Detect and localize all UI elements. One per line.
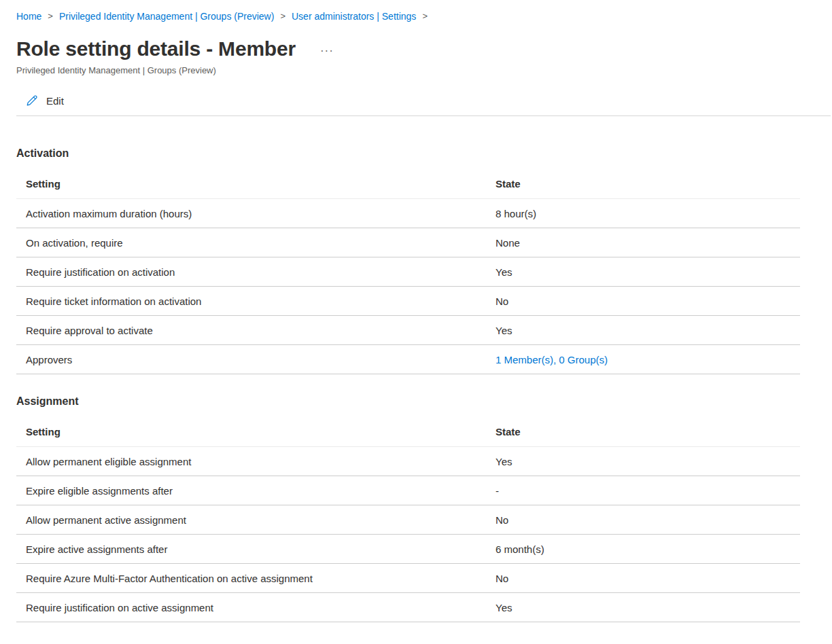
setting-cell: Require justification on activation bbox=[16, 266, 496, 278]
approvers-link[interactable]: 1 Member(s), 0 Group(s) bbox=[496, 354, 608, 365]
column-header-setting: Setting bbox=[16, 178, 496, 190]
chevron-right-icon: > bbox=[48, 10, 53, 22]
setting-cell: Expire eligible assignments after bbox=[16, 485, 496, 497]
state-cell: 8 hour(s) bbox=[496, 208, 800, 219]
breadcrumb: Home > Privileged Identity Management | … bbox=[16, 0, 832, 22]
state-cell: None bbox=[496, 237, 800, 249]
setting-cell: Require Azure Multi-Factor Authenticatio… bbox=[16, 573, 496, 584]
breadcrumb-link-home[interactable]: Home bbox=[16, 10, 41, 22]
table-row: Require justification on active assignme… bbox=[16, 593, 800, 622]
table-row: Allow permanent eligible assignment Yes bbox=[16, 447, 800, 476]
state-cell: 6 month(s) bbox=[496, 543, 800, 555]
state-cell: No bbox=[496, 573, 800, 584]
table-row: Expire active assignments after 6 month(… bbox=[16, 535, 800, 564]
table-row: Require justification on activation Yes bbox=[16, 257, 800, 287]
setting-cell: On activation, require bbox=[16, 237, 496, 249]
section-title-assignment: Assignment bbox=[16, 395, 832, 408]
breadcrumb-link-user-administrators-settings[interactable]: User administrators | Settings bbox=[292, 10, 416, 22]
edit-button[interactable]: Edit bbox=[26, 93, 68, 108]
state-cell: 1 Member(s), 0 Group(s) bbox=[496, 354, 800, 365]
table-row: Require approval to activate Yes bbox=[16, 316, 800, 345]
setting-cell: Activation maximum duration (hours) bbox=[16, 208, 496, 219]
activation-settings-table: Setting State Activation maximum duratio… bbox=[16, 169, 800, 374]
page-subtitle: Privileged Identity Management | Groups … bbox=[16, 65, 832, 75]
column-header-setting: Setting bbox=[16, 426, 496, 437]
table-row: Activation maximum duration (hours) 8 ho… bbox=[16, 199, 800, 228]
breadcrumb-link-pim-groups[interactable]: Privileged Identity Management | Groups … bbox=[59, 10, 274, 22]
chevron-right-icon: > bbox=[280, 10, 285, 22]
column-header-state: State bbox=[496, 426, 800, 437]
setting-cell: Allow permanent active assignment bbox=[16, 514, 496, 526]
table-row: Expire eligible assignments after - bbox=[16, 476, 800, 505]
assignment-settings-table: Setting State Allow permanent eligible a… bbox=[16, 417, 800, 622]
setting-cell: Require justification on active assignme… bbox=[16, 602, 496, 613]
pencil-icon bbox=[26, 94, 38, 107]
state-cell: Yes bbox=[496, 325, 800, 336]
more-ellipsis-icon[interactable]: ··· bbox=[317, 45, 336, 57]
table-row: Approvers 1 Member(s), 0 Group(s) bbox=[16, 345, 800, 374]
setting-cell: Approvers bbox=[16, 354, 496, 365]
state-cell: - bbox=[496, 485, 800, 497]
setting-cell: Expire active assignments after bbox=[16, 543, 496, 555]
title-row: Role setting details - Member ··· bbox=[16, 36, 832, 62]
chevron-right-icon: > bbox=[422, 10, 428, 22]
setting-cell: Require approval to activate bbox=[16, 325, 496, 336]
section-title-activation: Activation bbox=[16, 147, 832, 160]
role-setting-details-blade: Home > Privileged Identity Management | … bbox=[0, 0, 832, 622]
state-cell: No bbox=[496, 296, 800, 307]
state-cell: No bbox=[496, 514, 800, 526]
table-row: Require ticket information on activation… bbox=[16, 287, 800, 316]
table-header-row: Setting State bbox=[16, 417, 800, 447]
state-cell: Yes bbox=[496, 602, 800, 613]
column-header-state: State bbox=[496, 178, 800, 190]
command-bar: Edit bbox=[16, 92, 831, 116]
edit-button-label: Edit bbox=[46, 95, 64, 107]
setting-cell: Require ticket information on activation bbox=[16, 296, 496, 307]
table-row: Allow permanent active assignment No bbox=[16, 505, 800, 535]
page-title: Role setting details - Member bbox=[16, 36, 296, 62]
table-row: Require Azure Multi-Factor Authenticatio… bbox=[16, 564, 800, 593]
state-cell: Yes bbox=[496, 456, 800, 467]
table-row: On activation, require None bbox=[16, 228, 800, 257]
setting-cell: Allow permanent eligible assignment bbox=[16, 456, 496, 467]
table-header-row: Setting State bbox=[16, 169, 800, 199]
state-cell: Yes bbox=[496, 266, 800, 278]
